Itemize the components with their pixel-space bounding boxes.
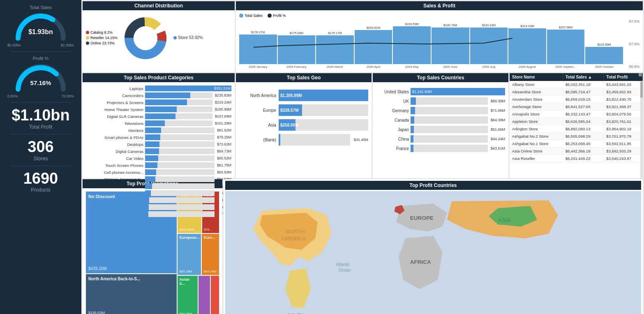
- legend-profit-pct: Profit %: [268, 14, 286, 18]
- svg-text:Atlantic: Atlantic: [336, 262, 350, 267]
- col-total-sales: Total Sales ▲: [563, 73, 604, 81]
- cty-us: United States $1,241.60M: [376, 88, 505, 95]
- cat-smartphones: Smart phones & PDAs $79.25M: [86, 134, 231, 140]
- cat-touchscreen: Touch Screen Phones $61.75M: [86, 162, 231, 168]
- cty-china: China $44.24M: [376, 135, 505, 143]
- sp-col-jun: $220.76M 2009 June: [432, 23, 469, 69]
- top-categories-panel: Top Sales Product Categories Laptops $35…: [83, 73, 235, 178]
- store-legend: Store 53.92%: [173, 35, 203, 41]
- top-profit-countries-panel: Top Profit Countries NORTH AMERICA SOUTH: [224, 179, 643, 314]
- channel-dist-title: Channel Distribution: [83, 1, 235, 10]
- table-row: Amsterdam Store $6,659,028.15 $3,822,430…: [510, 96, 643, 103]
- total-profit-section: $1.10bn Total Profit: [3, 107, 78, 130]
- products-section: 1690 Products: [3, 170, 78, 193]
- legend-total-sales: Total Sales: [239, 14, 263, 18]
- scrollbar-thumb[interactable]: [640, 81, 643, 98]
- total-sales-dot: [239, 14, 243, 18]
- top-countries-panel: Top Sales Countries United States $1,241…: [373, 73, 508, 178]
- geo-asia: Asia $250.00M: [239, 119, 368, 131]
- scrollbar-track[interactable]: [640, 81, 643, 178]
- table-row: Asia Online Store $6,442,366.18 $3,692,9…: [510, 148, 643, 155]
- countries-list: United States $1,241.60M UK $89.39M: [376, 85, 505, 152]
- treemap-european: European... $65.28M: [178, 234, 201, 275]
- stores-section: 306 Stores: [3, 139, 78, 162]
- svg-text:AFRICA: AFRICA: [410, 259, 431, 265]
- cat-slrcameras: Digital SLR Cameras $157.69M: [86, 113, 231, 119]
- sort-indicator: [639, 73, 642, 76]
- sidebar: Total Sales $1.93bn $0.00bn $2.30bn Prof…: [0, 0, 81, 314]
- table-row: Albany Store $6,002,351.18 $3,433,691.03: [510, 81, 643, 88]
- cat-hometheater: Home Theater System $165.99M: [86, 106, 231, 112]
- treemap-euro: Euro... $44.05M: [202, 234, 219, 275]
- table-row: Alexandria Store $6,085,724.47 $3,459,65…: [510, 88, 643, 96]
- store-dot: [173, 36, 177, 39]
- sp-col-apr: $204.81M 2009 April: [355, 26, 392, 69]
- svg-text:EUROPE: EUROPE: [410, 215, 434, 221]
- store-table-panel: Store Name Total Sales ▲ Total Profit Al…: [510, 73, 643, 178]
- top-geo-panel: Top Sales Geo North America $1,305.99M E…: [236, 73, 372, 178]
- catalog-dot: [86, 31, 89, 34]
- store-table-inner: Store Name Total Sales ▲ Total Profit Al…: [510, 73, 643, 162]
- table-row: Annapolis Store $6,332,143.47 $3,604,079…: [510, 111, 643, 118]
- legend-catalog: Catalog 8.2%: [86, 30, 118, 35]
- sp-col-jan: $178.17M 2009 January: [239, 30, 277, 69]
- treemap-right-mid: European... $65.28M Euro... $44.05M: [178, 234, 219, 275]
- sp-col-jul: $220.23M 2009 July: [470, 23, 508, 69]
- cty-germany: Germany $71.06M: [376, 107, 505, 114]
- treemap-no-discount: No Discount $439.26M: [86, 192, 177, 273]
- cat-laptops: Laptops $351.51M: [86, 85, 231, 91]
- world-map: NORTH AMERICA SOUTH EUROPE AFRICA: [225, 191, 641, 314]
- donut-area: Catalog 8.2% Reseller 14.15% Online 23.7…: [86, 14, 231, 63]
- store-data-table: Store Name Total Sales ▲ Total Profit Al…: [510, 73, 643, 162]
- total-sales-label: Total Sales: [3, 5, 78, 10]
- online-dot: [86, 42, 89, 45]
- stores-value: 306: [3, 139, 78, 156]
- legend-online: Online 23.73%: [86, 41, 118, 45]
- sales-profit-panel: Sales & Profit Total Sales Profit %: [236, 1, 643, 72]
- divider-4: [11, 166, 71, 166]
- table-row: Anchorage Store $6,841,527.65 $3,921,368…: [510, 103, 643, 111]
- col-total-profit: Total Profit: [604, 73, 643, 81]
- table-row: Ashgabat No.1 Store $6,253,068.45 $3,592…: [510, 140, 643, 148]
- stores-label: Stores: [3, 156, 78, 162]
- legend-reseller: Reseller 14.15%: [86, 36, 118, 40]
- treemap-purple: [199, 276, 210, 314]
- table-row: Arlington Store $6,882,080.13 $3,964,902…: [510, 125, 643, 133]
- geo-blank: (Blank) $31.45M: [239, 134, 368, 145]
- divider-1: [11, 51, 71, 52]
- cat-desktops: Desktops $73.62M: [86, 141, 231, 147]
- sp-col-feb: $175.05M 2009 February: [278, 31, 316, 69]
- channel-distribution-panel: Channel Distribution Catalog 8.2% Resell…: [83, 1, 235, 72]
- cat-tv: Televisions $101.29M: [86, 120, 231, 126]
- cat-monitors: Monitors $81.02M: [86, 127, 231, 133]
- right-axis: 57.5% 57.0% 56.5%: [629, 19, 639, 69]
- cat-projectors: Projectors & Screens $219.24M: [86, 99, 231, 105]
- sp-bars: $178.17M 2009 January $175.05M 2009 Febr…: [239, 19, 639, 69]
- sales-profit-title: Sales & Profit: [236, 1, 643, 10]
- divider-3: [11, 134, 71, 134]
- profit-pct-label: Profit %: [3, 56, 78, 61]
- geo-list: North America $1,305.99M Europe $338.57M: [239, 85, 368, 145]
- total-sales-section: Total Sales $1.93bn $0.00bn $2.30bn: [3, 5, 78, 47]
- cty-france: France $43.51M: [376, 145, 505, 152]
- table-row: Appleton Store $6,626,585.04 $3,820,761.…: [510, 118, 643, 125]
- products-label: Products: [3, 187, 78, 193]
- reseller-dot: [86, 36, 89, 39]
- sp-legend: Total Sales Profit %: [239, 14, 639, 18]
- total-profit-label: Total Profit: [3, 124, 78, 130]
- profit-pct-range: 0.00% 70.00%: [3, 94, 78, 98]
- geo-europe: Europe $338.57M: [239, 104, 368, 116]
- cat-camcorders: Camcorders $235.83M: [86, 92, 231, 98]
- cty-japan: Japan $51.66M: [376, 126, 505, 133]
- table-row: Asia Reseller $6,201,449.22 $3,540,243.8…: [510, 155, 643, 162]
- main-content: Channel Distribution Catalog 8.2% Resell…: [81, 0, 644, 314]
- profit-pct-gauge: 57.16%: [12, 62, 69, 93]
- table-row: Ashgabat No.2 Store $6,505,098.29 $3,701…: [510, 133, 643, 140]
- treemap-right-bot: Asian S... $64.06M: [178, 276, 219, 314]
- mid-row: Top Sales Product Categories Laptops $35…: [83, 73, 643, 178]
- world-map-svg: NORTH AMERICA SOUTH EUROPE AFRICA: [225, 191, 641, 314]
- profit-pct-section: Profit % 57.16% 0.00% 70.00%: [3, 56, 78, 98]
- sp-col-oct: $102.89M 2009 October: [585, 43, 623, 69]
- cty-uk: UK $89.39M: [376, 97, 505, 105]
- sp-col-aug: $214.43M 2009 August: [508, 24, 546, 69]
